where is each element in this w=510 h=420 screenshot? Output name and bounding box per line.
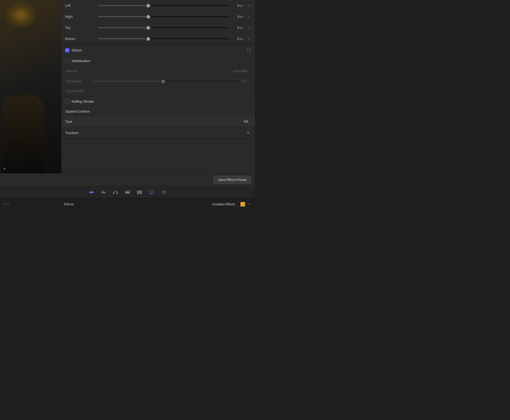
smoothing-value: 1.0	[242, 79, 246, 83]
type-chevron-icon: ⌃⌄	[249, 119, 251, 125]
top-keyframe-button[interactable]: ◇	[247, 25, 251, 30]
main-area: Left 0 px ◇ Right 0 px ◇ Top	[0, 0, 255, 173]
timeline-right-section: Effects Installed Effects ⌃⌄ 6	[61, 201, 255, 207]
timeline-bar: Effects Installed Effects ⌃⌄ 6	[0, 198, 255, 210]
filmstrip-button[interactable]	[136, 188, 143, 196]
installed-effects-label: Installed Effects	[213, 202, 235, 206]
spatial-conform-title: Spatial Conform	[65, 109, 90, 113]
bottom-keyframe-button[interactable]: ◇	[247, 37, 251, 41]
smoothing-row: Smoothing 1.0 ⌄	[62, 76, 255, 86]
method-value[interactable]: Automatic ⌃⌄	[233, 68, 250, 74]
left-slider-track[interactable]	[98, 5, 230, 6]
param-row-top: Top 0 px ◇	[62, 22, 255, 33]
left-keyframe-button[interactable]: ◇	[247, 3, 251, 8]
rolling-shutter-section-header: Rolling Shutter	[62, 97, 255, 107]
left-value: 0	[233, 4, 239, 8]
svg-rect-10	[117, 193, 117, 194]
top-unit: px	[240, 26, 245, 29]
timeline-scroll-thumb[interactable]	[240, 202, 245, 207]
stabilization-checkbox[interactable]	[65, 59, 69, 63]
headphones-button[interactable]	[112, 188, 119, 196]
save-effects-preset-button[interactable]: Save Effects Preset	[213, 176, 251, 184]
distort-icon	[246, 48, 251, 53]
transport-bar	[0, 186, 255, 198]
split-clip-button[interactable]	[88, 188, 95, 196]
expand-preview-button[interactable]	[2, 164, 9, 171]
top-label: Top	[65, 26, 95, 30]
right-unit: px	[240, 15, 245, 18]
left-label: Left	[65, 4, 95, 8]
method-label: Method	[66, 69, 233, 73]
bottom-unit: px	[240, 37, 245, 40]
type-value[interactable]: Fill ⌃⌄	[244, 119, 251, 125]
method-row: Method Automatic ⌃⌄	[62, 66, 255, 76]
stabilization-section-header: Stabilization	[62, 56, 255, 66]
add-tracker-button[interactable]: +	[245, 129, 251, 136]
rolling-shutter-title: Rolling Shutter	[72, 99, 94, 103]
close-transport-button[interactable]	[160, 188, 167, 196]
type-label: Type	[65, 120, 244, 123]
right-keyframe-button[interactable]: ◇	[247, 14, 251, 19]
inspector-panel: Left 0 px ◇ Right 0 px ◇ Top	[61, 0, 255, 173]
tripod-mode-label: Tripod Mode	[66, 89, 246, 93]
smoothing-label: Smoothing	[65, 79, 91, 83]
method-chevron-icon: ⌃⌄	[248, 68, 250, 74]
video-hair-detail	[3, 1, 38, 29]
type-row: Type Fill ⌃⌄	[62, 116, 255, 127]
monitor-button[interactable]	[148, 188, 155, 196]
trackers-label: Trackers	[65, 131, 245, 135]
installed-effects-dropdown[interactable]: Installed Effects ⌃⌄	[98, 201, 239, 207]
video-silhouette	[2, 95, 44, 173]
timeline-left-section	[0, 203, 61, 205]
top-value: 0	[233, 26, 239, 30]
distort-title: Distort	[72, 48, 82, 52]
spatial-conform-header: Spatial Conform	[62, 107, 255, 116]
param-row-right: Right 0 px ◇	[62, 11, 255, 22]
left-unit: px	[240, 4, 245, 7]
svg-rect-1	[92, 192, 93, 193]
svg-rect-0	[89, 192, 91, 193]
smoothing-expand-icon[interactable]: ⌄	[248, 79, 251, 83]
right-label: Right	[65, 15, 95, 18]
top-slider-track[interactable]	[98, 27, 230, 28]
installed-effects-chevron-icon: ⌃⌄	[237, 201, 239, 207]
effects-label: Effects	[64, 202, 96, 206]
svg-rect-12	[125, 193, 130, 193]
bottom-bar: Save Effects Preset	[0, 173, 255, 186]
right-value: 0	[233, 15, 239, 18]
distort-checkbox[interactable]	[65, 48, 69, 52]
stabilization-title: Stabilization	[72, 59, 90, 63]
smoothing-slider-track[interactable]	[93, 81, 239, 82]
audio-bars-button[interactable]	[100, 188, 107, 196]
timeline-tick-markers	[3, 203, 9, 205]
bottom-value: 0	[233, 37, 239, 41]
svg-rect-17	[139, 192, 140, 193]
video-background	[0, 0, 61, 173]
cut-edit-button[interactable]	[124, 188, 131, 196]
right-slider-track[interactable]	[98, 16, 230, 17]
distort-section-header: Distort	[62, 44, 255, 56]
svg-rect-9	[113, 193, 114, 194]
trackers-row: Trackers +	[62, 127, 255, 139]
tripod-mode-row: Tripod Mode	[62, 86, 255, 97]
tripod-mode-checkbox[interactable]	[246, 89, 250, 93]
timeline-marker-6: 6	[247, 202, 252, 206]
svg-rect-18	[149, 191, 154, 193]
param-row-left: Left 0 px ◇	[62, 0, 255, 11]
bottom-label: Bottom	[65, 37, 95, 41]
svg-rect-11	[125, 191, 130, 192]
bottom-slider-track[interactable]	[98, 38, 230, 39]
param-row-bottom: Bottom 0 px ◇	[62, 33, 255, 44]
rolling-shutter-checkbox[interactable]	[65, 99, 69, 104]
video-preview-panel	[0, 0, 61, 173]
